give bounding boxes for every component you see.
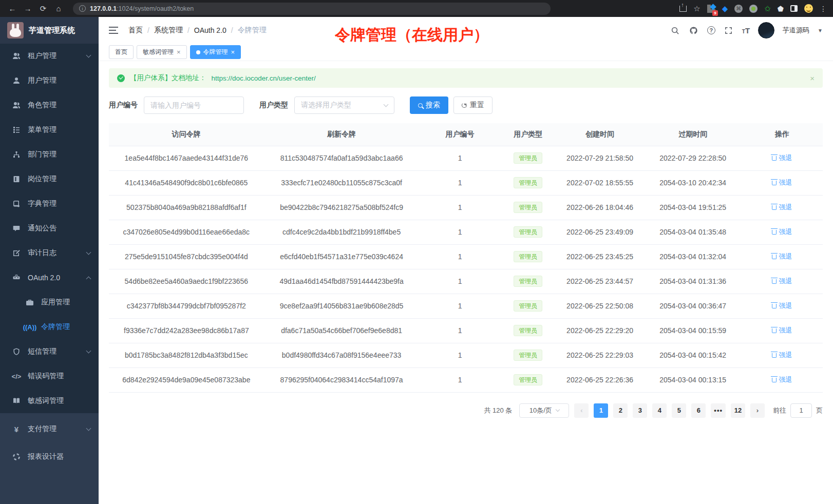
tab-sensitive-word[interactable]: 敏感词管理×	[137, 45, 187, 59]
pager-page-button-1[interactable]: 1	[594, 403, 608, 418]
gem-extension-icon[interactable]: ◆	[722, 4, 728, 13]
pager-page-button-12[interactable]: 12	[731, 403, 745, 418]
access-token-cell: 1ea5e44f8bc1467aaede43144f31de76	[109, 146, 264, 170]
next-page-button[interactable]: ›	[750, 403, 765, 418]
sidebar-item-report-designer[interactable]: 报表设计器	[0, 443, 99, 471]
pager-page-button-3[interactable]: 3	[633, 403, 647, 418]
force-logout-button[interactable]: 强退	[772, 351, 792, 360]
force-logout-button[interactable]: 强退	[772, 227, 792, 237]
pager-page-button-6[interactable]: 6	[691, 403, 706, 418]
pager-page-button-5[interactable]: 5	[672, 403, 686, 418]
force-logout-button[interactable]: 强退	[772, 277, 792, 286]
badge-icon	[11, 175, 22, 183]
sidebar-item-dict[interactable]: 字典管理	[0, 191, 99, 216]
bookmark-star-icon[interactable]: ☆	[693, 4, 700, 13]
refresh-icon[interactable]: ⟳	[37, 3, 49, 15]
user-name[interactable]: 芋道源码	[783, 26, 809, 35]
force-logout-button[interactable]: 强退	[772, 375, 792, 384]
sidebar-item-oauth-token[interactable]: ((A)) 令牌管理	[0, 315, 99, 339]
breadcrumb: 首页/ 系统管理/ OAuth 2.0/ 令牌管理	[128, 26, 267, 35]
side-panel-icon[interactable]	[790, 5, 798, 12]
caret-down-icon[interactable]: ▼	[818, 28, 823, 33]
sidebar-item-pay[interactable]: ¥ 支付管理	[0, 415, 99, 443]
expires-cell: 2054-03-04 00:15:42	[644, 343, 741, 367]
pager-page-button-2[interactable]: 2	[613, 403, 628, 418]
sidebar-item-dept[interactable]: 部门管理	[0, 142, 99, 167]
recorder-extension-icon[interactable]	[749, 5, 758, 13]
github-icon[interactable]	[689, 25, 699, 35]
force-logout-button[interactable]: 强退	[772, 203, 792, 212]
goto-page-input[interactable]	[790, 403, 812, 418]
url-text: 127.0.0.1:1024/system/oauth2/token	[90, 5, 194, 12]
collapse-menu-icon[interactable]	[109, 27, 118, 34]
puzzle-extensions-icon[interactable]: ⬟	[778, 5, 784, 13]
search-button[interactable]: 搜索	[410, 96, 448, 114]
sidebar-item-oauth-app[interactable]: 应用管理	[0, 290, 99, 315]
breadcrumb-home[interactable]: 首页	[128, 26, 143, 35]
tab-token[interactable]: 令牌管理×	[190, 45, 241, 59]
forward-icon[interactable]: →	[22, 3, 34, 15]
breadcrumb-system[interactable]: 系统管理	[154, 26, 183, 35]
user-type-cell: 管理员	[501, 343, 556, 367]
sidebar-item-notice[interactable]: 通知公告	[0, 216, 99, 241]
force-logout-button[interactable]: 强退	[772, 301, 792, 311]
sidebar-item-post[interactable]: 岗位管理	[0, 167, 99, 191]
user-type-cell: 管理员	[501, 170, 556, 195]
sidebar-item-audit-log[interactable]: 审计日志	[0, 241, 99, 265]
sidebar-item-error-code[interactable]: </> 错误码管理	[0, 364, 99, 389]
trash-icon	[772, 205, 777, 210]
user-type-select[interactable]: 请选择用户类型	[294, 96, 394, 114]
adblock-extension-icon[interactable]: 9	[707, 5, 715, 13]
menu-tree-icon	[11, 126, 22, 134]
sidebar-item-sensitive-word[interactable]: 敏感词管理	[0, 389, 99, 413]
back-icon[interactable]: ←	[6, 3, 18, 15]
breadcrumb-oauth[interactable]: OAuth 2.0	[194, 26, 226, 34]
action-cell: 强退	[742, 195, 823, 220]
user-type-tag: 管理员	[514, 276, 542, 287]
action-cell: 强退	[742, 220, 823, 244]
alert-close-icon[interactable]: ×	[810, 74, 815, 83]
sidebar-item-menu[interactable]: 菜单管理	[0, 118, 99, 142]
force-logout-button[interactable]: 强退	[772, 153, 792, 163]
circle-extension-icon[interactable]: ⌘	[734, 5, 743, 13]
reset-button[interactable]: 重置	[453, 96, 493, 114]
app-logo-row[interactable]: 芋道管理系统	[0, 17, 99, 44]
force-logout-button[interactable]: 强退	[772, 252, 792, 261]
sidebar-item-oauth[interactable]: OAuth 2.0	[0, 265, 99, 290]
sidebar-item-sms[interactable]: 短信管理	[0, 339, 99, 364]
force-logout-button[interactable]: 强退	[772, 326, 792, 335]
trash-icon	[772, 255, 777, 259]
site-info-icon[interactable]: i	[79, 5, 86, 12]
prev-page-button[interactable]: ‹	[574, 403, 589, 418]
user-avatar[interactable]	[758, 22, 774, 38]
fullscreen-icon[interactable]	[724, 25, 734, 35]
address-bar[interactable]: i 127.0.0.1:1024/system/oauth2/token	[73, 3, 551, 15]
browser-menu-icon[interactable]: ⋮	[820, 5, 827, 13]
pager-more-button[interactable]: •••	[711, 403, 726, 418]
profile-avatar-icon[interactable]	[804, 4, 813, 13]
star-extension-icon[interactable]: ✩	[764, 4, 771, 13]
pager-page-button-4[interactable]: 4	[652, 403, 667, 418]
force-logout-button[interactable]: 强退	[772, 178, 792, 187]
font-size-icon[interactable]: TT	[742, 26, 750, 35]
user-id-input[interactable]	[144, 96, 244, 114]
user-type-tag: 管理员	[514, 374, 542, 385]
user-id-cell: 1	[419, 367, 500, 392]
total-count: 共 120 条	[484, 406, 512, 415]
doc-link[interactable]: https://doc.iocoder.cn/user-center/	[212, 74, 316, 82]
share-icon[interactable]	[679, 6, 687, 12]
goto-label: 前往	[773, 406, 786, 415]
help-icon[interactable]: ?	[707, 26, 715, 34]
close-icon[interactable]: ×	[231, 49, 235, 55]
table-row: 502375b8040a469a9b82188afdf6af1fbe90422b…	[109, 195, 823, 220]
close-icon[interactable]: ×	[177, 49, 181, 55]
search-icon[interactable]	[670, 25, 680, 35]
page-size-select[interactable]: 10条/页	[519, 403, 569, 418]
sidebar-item-user[interactable]: 用户管理	[0, 68, 99, 93]
sidebar-item-tenant[interactable]: 租户管理	[0, 44, 99, 68]
tab-home[interactable]: 首页	[109, 45, 134, 59]
sidebar-item-role[interactable]: 角色管理	[0, 93, 99, 118]
created-cell: 2022-06-25 22:50:08	[556, 294, 645, 318]
home-icon[interactable]: ⌂	[52, 3, 65, 15]
action-cell: 强退	[742, 367, 823, 392]
